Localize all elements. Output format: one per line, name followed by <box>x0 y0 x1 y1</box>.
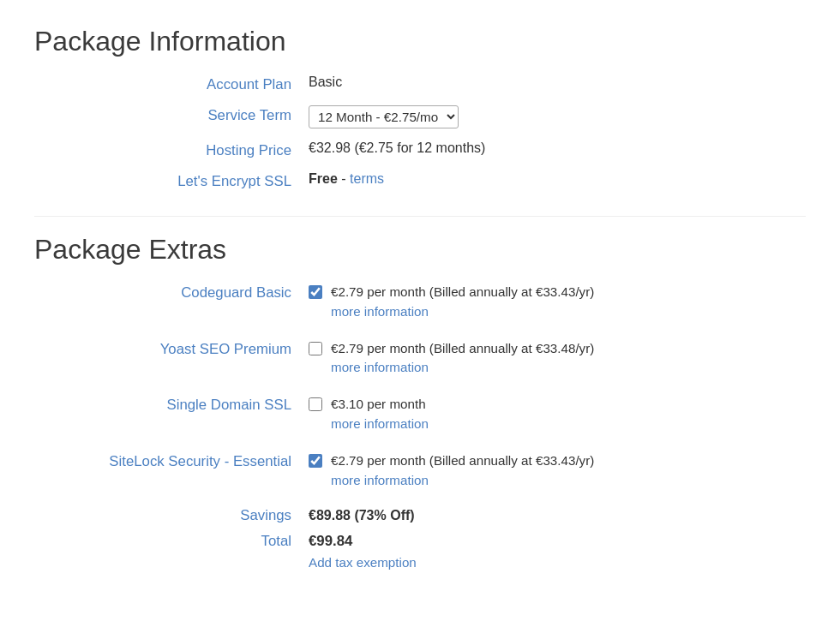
extra-control: €2.79 per month (Billed annually at €33.… <box>309 339 594 379</box>
extra-description: €2.79 per month (Billed annually at €33.… <box>331 451 594 491</box>
total-label: Total <box>34 533 309 550</box>
hosting-price-label: Hosting Price <box>34 140 309 159</box>
extra-label: Codeguard Basic <box>34 283 309 303</box>
savings-value: €89.88 (73% Off) <box>309 508 415 523</box>
extra-more-info-link[interactable]: more information <box>331 358 594 378</box>
service-term-label: Service Term <box>34 105 309 124</box>
ssl-row: Let's Encrypt SSL Free - terms <box>34 171 806 190</box>
section-divider <box>34 216 806 217</box>
extra-label: SiteLock Security - Essential <box>34 451 309 472</box>
package-information-title: Package Information <box>34 26 806 57</box>
service-term-row: Service Term 12 Month - €2.75/mo24 Month… <box>34 105 806 128</box>
extra-label: Single Domain SSL <box>34 395 309 415</box>
package-information-table: Account Plan Basic Service Term 12 Month… <box>34 75 806 190</box>
extra-label: Yoast SEO Premium <box>34 339 309 360</box>
ssl-terms-link[interactable]: terms <box>350 171 384 186</box>
account-plan-value: Basic <box>309 75 342 90</box>
total-value: €99.84 <box>309 533 352 550</box>
extra-checkbox[interactable] <box>309 397 322 411</box>
extra-more-info-link[interactable]: more information <box>331 302 594 322</box>
service-term-select[interactable]: 12 Month - €2.75/mo24 Month - €2.50/mo36… <box>309 105 459 128</box>
package-extras-table: Codeguard Basic€2.79 per month (Billed a… <box>34 283 806 490</box>
extra-row: SiteLock Security - Essential€2.79 per m… <box>34 451 806 491</box>
hosting-price-row: Hosting Price €32.98 (€2.75 for 12 month… <box>34 140 806 159</box>
extra-control: €2.79 per month (Billed annually at €33.… <box>309 283 594 322</box>
extra-checkbox[interactable] <box>309 285 322 299</box>
account-plan-row: Account Plan Basic <box>34 75 806 93</box>
package-extras-title: Package Extras <box>34 234 806 266</box>
tax-exemption-row: Add tax exemption <box>309 555 806 570</box>
account-plan-label: Account Plan <box>34 75 309 93</box>
ssl-separator: - <box>341 171 350 186</box>
extra-control: €2.79 per month (Billed annually at €33.… <box>309 451 594 491</box>
ssl-value: Free - terms <box>309 171 384 187</box>
savings-row: Savings €89.88 (73% Off) <box>34 507 806 524</box>
extra-row: Yoast SEO Premium€2.79 per month (Billed… <box>34 339 806 379</box>
extra-description: €3.10 per monthmore information <box>331 395 429 434</box>
extra-description: €2.79 per month (Billed annually at €33.… <box>331 283 594 322</box>
extra-row: Single Domain SSL€3.10 per monthmore inf… <box>34 395 806 434</box>
extra-control: €3.10 per monthmore information <box>309 395 429 434</box>
total-row: Total €99.84 <box>34 533 806 550</box>
hosting-price-value: €32.98 (€2.75 for 12 months) <box>309 140 485 156</box>
extra-more-info-link[interactable]: more information <box>331 471 594 491</box>
extra-checkbox[interactable] <box>309 342 322 355</box>
tax-exemption-link[interactable]: Add tax exemption <box>309 555 417 570</box>
ssl-free-text: Free <box>309 171 338 186</box>
extra-description: €2.79 per month (Billed annually at €33.… <box>331 339 594 379</box>
service-term-value: 12 Month - €2.75/mo24 Month - €2.50/mo36… <box>309 105 459 128</box>
extra-more-info-link[interactable]: more information <box>331 415 429 434</box>
ssl-label: Let's Encrypt SSL <box>34 171 309 190</box>
extra-checkbox[interactable] <box>309 454 322 468</box>
savings-label: Savings <box>34 507 309 524</box>
extra-row: Codeguard Basic€2.79 per month (Billed a… <box>34 283 806 322</box>
